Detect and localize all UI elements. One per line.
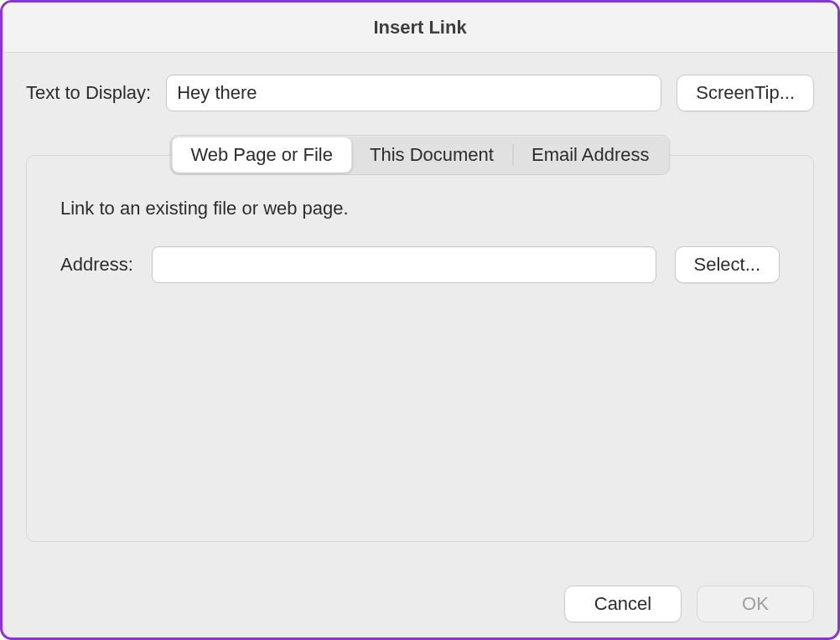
link-panel: Link to an existing file or web page. Ad… bbox=[26, 155, 814, 542]
ok-button[interactable]: OK bbox=[697, 586, 814, 622]
text-to-display-input[interactable] bbox=[166, 75, 661, 111]
link-panel-wrap: Web Page or File This Document Email Add… bbox=[26, 155, 814, 570]
select-button[interactable]: Select... bbox=[675, 246, 780, 283]
cancel-button[interactable]: Cancel bbox=[564, 586, 682, 622]
dialog-footer: Cancel OK bbox=[26, 570, 814, 622]
text-to-display-label: Text to Display: bbox=[26, 82, 151, 104]
screentip-button[interactable]: ScreenTip... bbox=[677, 75, 814, 111]
dialog-content: Text to Display: ScreenTip... Web Page o… bbox=[3, 53, 837, 637]
link-type-tabs: Web Page or File This Document Email Add… bbox=[169, 135, 670, 175]
address-row: Address: Select... bbox=[60, 246, 780, 283]
tab-web-page-or-file[interactable]: Web Page or File bbox=[172, 137, 351, 173]
address-input[interactable] bbox=[152, 246, 656, 283]
panel-info-text: Link to an existing file or web page. bbox=[60, 198, 780, 219]
address-label: Address: bbox=[60, 254, 133, 276]
tab-email-address[interactable]: Email Address bbox=[513, 137, 668, 173]
text-to-display-row: Text to Display: ScreenTip... bbox=[26, 75, 814, 111]
dialog-title: Insert Link bbox=[3, 3, 837, 53]
tab-this-document[interactable]: This Document bbox=[351, 137, 512, 173]
insert-link-dialog: Insert Link Text to Display: ScreenTip..… bbox=[0, 0, 840, 640]
